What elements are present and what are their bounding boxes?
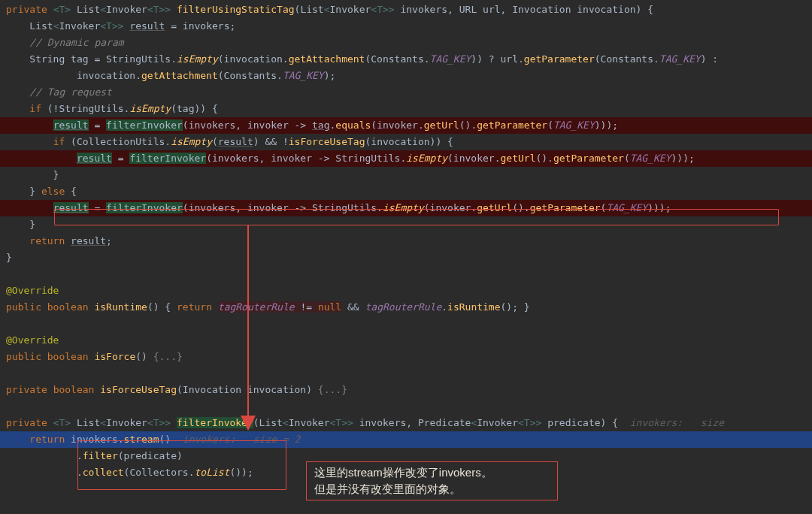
code-line: public boolean isRuntime() { return tagR… <box>0 299 812 316</box>
code-line: } <box>0 216 812 233</box>
code-line: } else { <box>0 183 812 200</box>
code-line: result = filterInvoker(invokers, invoker… <box>0 117 812 134</box>
code-line: result = filterInvoker(invokers, invoker… <box>0 150 812 167</box>
code-line <box>0 316 812 332</box>
code-line: private boolean isForceUseTag(Invocation… <box>0 382 812 398</box>
code-line: @Override <box>0 283 812 299</box>
code-line: // Dynamic param <box>0 35 812 51</box>
code-line-highlighted: result = filterInvoker(invokers, invoker… <box>0 200 812 216</box>
code-line <box>0 365 812 382</box>
code-line: @Override <box>0 332 812 349</box>
code-line: String tag = StringUtils.isEmpty(invocat… <box>0 51 812 68</box>
code-line: List<Invoker<T>> result = invokers; <box>0 18 812 35</box>
code-line <box>0 266 812 283</box>
code-editor[interactable]: private <T> List<Invoker<T>> filterUsing… <box>0 0 812 481</box>
annotation-tooltip: 这里的stream操作改变了invokers。 但是并没有改变里面的对象。 <box>306 461 558 500</box>
code-line-selected: return invokers.stream() invokers: size … <box>0 431 812 448</box>
code-line: private <T> List<Invoker<T>> filterUsing… <box>0 2 812 18</box>
code-line: if (CollectionUtils.isEmpty(result) && !… <box>0 134 812 150</box>
code-line <box>0 398 812 415</box>
code-line: invocation.getAttachment(Constants.TAG_K… <box>0 68 812 84</box>
code-line: return result; <box>0 233 812 249</box>
code-line: } <box>0 249 812 266</box>
code-line: // Tag request <box>0 84 812 101</box>
annotation-line2: 但是并没有改变里面的对象。 <box>314 481 550 497</box>
code-line: } <box>0 167 812 183</box>
code-line: if (!StringUtils.isEmpty(tag)) { <box>0 101 812 117</box>
code-line: private <T> List<Invoker<T>> filterInvok… <box>0 415 812 431</box>
code-line: public boolean isForce() {...} <box>0 349 812 365</box>
annotation-line1: 这里的stream操作改变了invokers。 <box>314 464 550 481</box>
